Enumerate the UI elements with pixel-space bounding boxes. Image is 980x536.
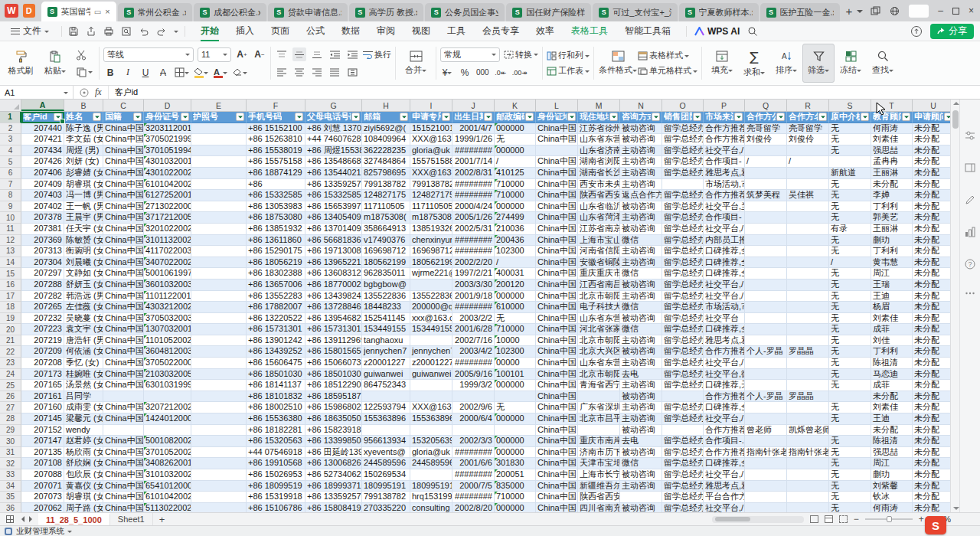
cell-H25[interactable]: 864752343 (362, 380, 410, 391)
column-header-L[interactable]: L (536, 100, 578, 111)
cell-K12[interactable]: 200436 (495, 235, 536, 247)
cell-A14[interactable]: 207304 (21, 257, 64, 269)
cell-N27[interactable]: 主动咨询 (620, 402, 662, 413)
header-cell-B1[interactable]: 姓名 (64, 112, 103, 123)
cell-B18[interactable]: 左佳薇 (女 (64, 302, 103, 313)
cell-F32[interactable]: +86 19910568 (247, 458, 305, 469)
cell-I13[interactable]: 169698712 (410, 246, 452, 257)
cell-J10[interactable]: 2005/1/26 (452, 212, 495, 224)
cell-O15[interactable]: 留学总经办 (662, 268, 704, 279)
cell-B27[interactable]: 成雨雯 (女 (64, 402, 103, 413)
cell-M35[interactable]: 陕西省西安 (578, 492, 620, 503)
cell-N24[interactable]: 去电 (620, 369, 662, 381)
cell-I5[interactable]: 155751588 (410, 156, 452, 168)
menu-tab-插入[interactable]: 插入 (228, 22, 262, 40)
header-cell-M1[interactable]: 现住地址 (578, 112, 620, 123)
cell-J30[interactable]: 2002/3/3 (452, 436, 495, 447)
cell-P30[interactable]: 合作项目-. (704, 436, 745, 447)
cell-I30[interactable]: 153205639 (410, 436, 452, 447)
cell-M7[interactable]: 西安市未央 (578, 179, 620, 191)
cell-G13[interactable]: +86 1971300890 (305, 246, 362, 257)
cell-R36[interactable] (787, 503, 829, 512)
maximize-button[interactable] (952, 8, 959, 15)
cell-O12[interactable]: 留学总经办 (662, 235, 704, 247)
minimize-button[interactable]: – (938, 6, 943, 15)
cell-B14[interactable]: 刘晨曦 (女 (64, 257, 103, 269)
cell-E33[interactable] (191, 469, 247, 481)
cell-M8[interactable]: 陕西省西安 (578, 190, 620, 201)
cell-M3[interactable]: 山东省东营 (578, 134, 620, 145)
cell-L15[interactable]: China中国 (536, 268, 578, 279)
row-number-31[interactable]: 31 (0, 447, 21, 459)
cell-I2[interactable]: 151521001 (410, 123, 452, 135)
cell-K11[interactable]: 210036 (495, 224, 536, 235)
cell-P14[interactable]: 口碑推荐,全 (704, 257, 745, 269)
cell-J36[interactable]: 2002/8/20 (452, 503, 495, 512)
cell-K2[interactable]: 000000 (495, 123, 536, 135)
cell-Q33[interactable] (745, 469, 787, 481)
cell-S10[interactable]: 无 (829, 212, 871, 224)
cell-G8[interactable]: +86 1533258500 (305, 190, 362, 201)
rows-columns-button[interactable]: 行和列 (547, 50, 590, 61)
cell-F3[interactable]: +86 15263810 (247, 134, 305, 145)
cell-L16[interactable]: China中国 (536, 279, 578, 291)
cell-N22[interactable]: 被动咨询 (620, 346, 662, 358)
cell-D7[interactable]: 610104200212213421 (144, 179, 191, 191)
cell-L8[interactable]: China中国 (536, 190, 578, 201)
cell-P5[interactable]: 合作项目- (704, 156, 745, 168)
align-left-button[interactable] (275, 65, 289, 79)
cell-O36[interactable]: 留学总经办 (662, 503, 704, 512)
cell-S9[interactable]: 无 (829, 201, 871, 213)
cell-U18[interactable]: 未分配 (913, 302, 950, 313)
row-number-28[interactable]: 28 (0, 413, 21, 425)
cell-G30[interactable]: +86 1339985047 (305, 436, 362, 447)
cell-N36[interactable]: 被动咨询 (620, 503, 662, 512)
copy-button[interactable] (74, 66, 95, 78)
cell-style-button[interactable]: 单元格样式 (638, 65, 697, 77)
cell-H7[interactable]: 799138782 (362, 179, 410, 191)
currency-format-button[interactable]: ¥ (440, 66, 454, 80)
cell-I21[interactable] (410, 335, 452, 347)
cell-A27[interactable]: 207160 (21, 402, 64, 413)
cell-S15[interactable]: 无 (829, 268, 871, 279)
filter-dropdown-icon[interactable] (902, 113, 910, 121)
cell-Q25[interactable] (745, 380, 787, 391)
cell-M27[interactable]: 广东省深圳 (578, 402, 620, 413)
row-number-35[interactable]: 35 (0, 492, 21, 503)
filter-dropdown-icon[interactable] (693, 113, 701, 121)
zoom-slider-thumb[interactable] (887, 516, 892, 522)
cell-A21[interactable]: 207219 (21, 335, 64, 347)
cell-K15[interactable]: 400031 (495, 268, 536, 279)
cell-K14[interactable]: / (495, 257, 536, 269)
cell-F17[interactable]: +86 13552283 (247, 291, 305, 302)
cell-B30[interactable]: 赵君婷 (女 (64, 436, 103, 447)
comma-format-button[interactable]: 000 (475, 66, 490, 80)
cell-R12[interactable] (787, 235, 829, 247)
cell-K24[interactable]: 100101 (495, 369, 536, 381)
cell-D31[interactable]: 370105200210270824 (144, 447, 191, 459)
cell-R6[interactable] (787, 168, 829, 179)
cell-G10[interactable]: +86 1340540988 (305, 212, 362, 224)
cell-C36[interactable]: China中国 (103, 503, 144, 512)
cell-B8[interactable]: 冯一博 (男 (64, 190, 103, 201)
cell-J2[interactable]: 2001/4/7 (452, 123, 495, 135)
cell-L2[interactable]: China中国 (536, 123, 578, 135)
cell-U2[interactable]: 未分配 (913, 123, 950, 135)
cell-Q18[interactable] (745, 302, 787, 313)
close-button[interactable]: × (969, 6, 974, 15)
cell-Q35[interactable] (745, 492, 787, 503)
cell-U23[interactable]: 未分配 (913, 358, 950, 369)
cell-N19[interactable]: 被动咨询 (620, 313, 662, 325)
row-number-1[interactable]: 1 (0, 112, 21, 123)
cell-B12[interactable]: 陈敏赟 (女 (64, 235, 103, 247)
cell-K29[interactable] (495, 425, 536, 436)
cell-T28[interactable]: 王迪 (871, 413, 913, 425)
cell-N15[interactable]: 微信 (620, 268, 662, 279)
cell-T19[interactable]: 刘素佳 (871, 313, 913, 325)
cell-C19[interactable]: China中国 (103, 313, 144, 325)
cell-P33[interactable]: 社交平台,/ (704, 469, 745, 481)
decrease-font-button[interactable]: A− (253, 47, 266, 61)
row-number-12[interactable]: 12 (0, 235, 21, 247)
cell-C35[interactable]: China中国 (103, 492, 144, 503)
cell-K20[interactable]: 710000 (495, 324, 536, 335)
